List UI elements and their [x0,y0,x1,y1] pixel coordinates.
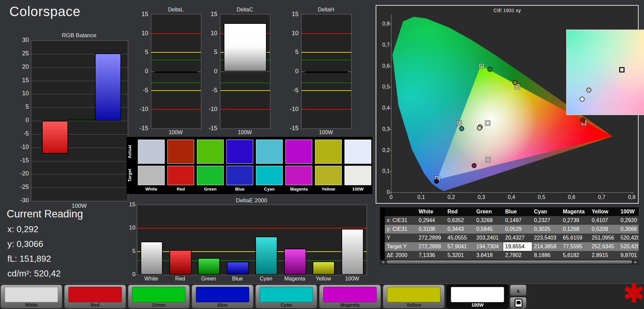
swatch-column-label: Blue [226,187,253,192]
pattern-button-yellow[interactable]: Yellow [383,285,445,309]
y-tick-label: -30 [10,197,29,204]
cie-x-tickmark [421,192,422,194]
table-cell[interactable]: 5,6182 [561,251,590,260]
table-cell[interactable]: 214,3858 [532,242,561,251]
ref-line [302,90,351,91]
scroll-right-button[interactable]: ▶ [633,260,638,264]
table-cell[interactable]: 0,3268 [474,216,503,225]
pattern-button-cyan[interactable]: Cyan [255,285,317,309]
table-cell[interactable]: 203,2401 [474,234,503,242]
rgb-balance-bar [68,119,95,121]
pattern-button-100w[interactable]: 100W [446,285,508,309]
table-row: Y272,289945,0555203,240120,4327223,54036… [380,234,639,242]
zero-line [220,71,270,72]
cie-y-tickmark [390,171,391,171]
ref-line [220,90,270,91]
pattern-swatch [5,287,58,302]
deltae-x-label: Magenta [280,276,309,282]
table-cell[interactable]: 2,7802 [503,251,532,260]
deltae-x-label: 100W [338,276,367,282]
pattern-button-magenta[interactable]: Magenta [319,285,381,309]
ref-line [302,109,351,110]
deltae-bar-yellow [313,261,335,275]
page-title: Colorspace [9,4,80,19]
pattern-button-blue[interactable]: Blue [192,285,254,309]
table-cell[interactable]: 0,2327 [532,216,561,225]
table-cell[interactable]: 3,6418 [474,251,503,260]
table-h-scrollbar[interactable]: ◀▶ [380,260,639,264]
table-cell[interactable]: 520,4200 [619,242,639,251]
scroll-left-button[interactable]: ◀ [380,260,386,264]
table-cell-selected[interactable]: 19,6554 [503,242,532,251]
table-cell[interactable]: 0,3066 [619,225,639,234]
table-cell[interactable]: 0,1497 [503,216,532,225]
y-tick-label: 0 [199,68,217,75]
cie-x-tickmark [541,192,542,194]
swatch-green [197,140,224,164]
ref-line [151,83,201,83]
table-cell[interactable]: 520,4200 [619,234,639,242]
table-cell[interactable]: 0,0529 [503,225,532,234]
table-cell[interactable]: 194,7304 [474,242,503,251]
ref-line [302,60,351,60]
table-cell[interactable]: 5,3201 [445,251,474,260]
table-cell[interactable]: 8,1886 [532,251,561,260]
deltae-x-label: Cyan [252,276,280,282]
table-cell[interactable]: 0,6352 [445,216,474,225]
pattern-button-white[interactable]: White [0,285,62,309]
table-cell[interactable]: 0,2739 [561,216,590,225]
table-cell[interactable]: 0,5845 [474,225,503,234]
y-tick-label: 5 [128,248,136,255]
table-cell[interactable]: 20,4327 [503,234,532,242]
table-cell[interactable]: 0,2944 [417,216,445,225]
table-cell[interactable]: 0,3025 [532,225,561,234]
reading-line: y: 0,3066 [7,239,43,249]
pattern-window-button[interactable] [510,297,527,309]
table-cell[interactable]: 272,2899 [417,234,445,242]
table-row: x: CIE310,29440,63520,32680,14970,23270,… [380,216,639,225]
table-cell[interactable]: 0,2920 [619,216,639,225]
table-cell[interactable]: 223,5403 [532,234,561,242]
table-cell[interactable]: 272,2899 [417,242,445,251]
cie-title: CIE 1931 xy [376,7,638,13]
delta-chart-plot [220,14,270,129]
cie-x-tick: 0,3 [475,194,488,200]
deltae-bar-red [169,250,192,275]
up-arrow-button[interactable]: ▲ [510,285,527,296]
pattern-button-green[interactable]: Green [128,285,190,309]
table-cell[interactable]: 57,9041 [445,242,474,251]
table-cell[interactable]: 65,6159 [561,234,590,242]
cie-y-tick: 0,8 [378,21,390,27]
ref-line [151,52,201,53]
cie-target-cyan [457,121,462,125]
table-cell[interactable]: 0,3108 [417,225,445,234]
cie-target-magenta [486,157,490,162]
y-tick-label: -10 [199,106,217,113]
scroll-thumb[interactable] [386,260,632,264]
table-cell[interactable]: 7,1336 [417,251,445,260]
gridline [31,161,128,161]
table-cell[interactable]: 0,3443 [445,225,474,234]
table-cell[interactable]: 252,6345 [590,242,619,251]
y-tick-label: -10 [280,106,299,113]
y-tick-label: 10 [280,30,299,37]
table-cell[interactable]: 2,8915 [590,251,619,260]
deltae-x-label: Blue [223,276,252,282]
table-cell[interactable]: 251,0956 [590,234,619,242]
deltae-title: DeltaE 2000 [137,197,366,204]
table-cell[interactable]: 0,5209 [590,225,619,234]
swatch-magenta [285,140,312,164]
table-cell[interactable]: 0,4107 [590,216,619,225]
pattern-button-label: Red [64,302,126,308]
y-tick-label: 10 [10,90,29,97]
ref-line [151,33,201,34]
table-cell[interactable]: 45,0555 [445,234,474,242]
inset-measured-circle [586,88,591,93]
table-header-cell: Magenta [561,207,590,216]
table-cell[interactable]: 77,5595 [561,242,590,251]
pattern-button-red[interactable]: Red [64,285,126,309]
table-cell[interactable]: 0,1268 [561,225,590,234]
cie-x-tickmark [481,192,482,194]
table-cell[interactable]: 9,8701 [619,251,639,260]
pattern-swatch [132,287,185,302]
